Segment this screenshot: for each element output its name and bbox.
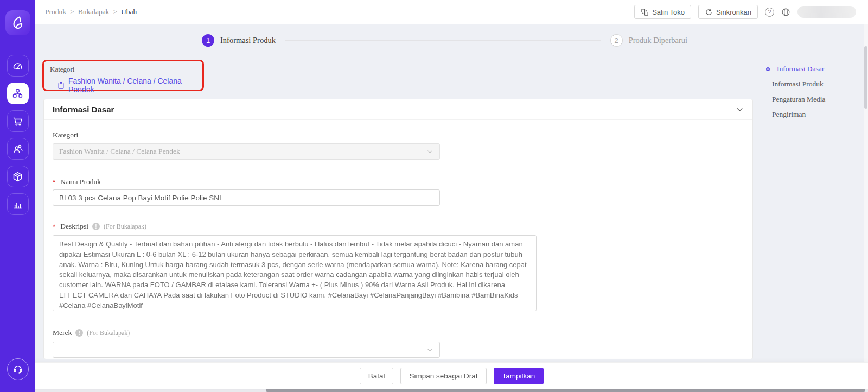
- panel-title: Informasi Dasar: [53, 105, 114, 114]
- panel-body: Kategori Fashion Wanita / Celana / Celan…: [44, 120, 752, 358]
- sidebar-bottom: [0, 358, 35, 380]
- merek-select[interactable]: [53, 342, 440, 358]
- sync-label: Sinkronkan: [716, 8, 751, 16]
- collapse-chevron-icon[interactable]: [736, 105, 744, 113]
- step-indicator: 1 Informasi Produk 2 Produk Diperbarui: [202, 33, 687, 47]
- breadcrumb: Produk > Bukalapak > Ubah: [45, 8, 137, 16]
- breadcrumb-bukalapak[interactable]: Bukalapak: [78, 8, 110, 16]
- category-box-label: Kategori: [50, 65, 197, 74]
- sync-button[interactable]: Sinkronkan: [698, 5, 758, 19]
- step-label: Informasi Produk: [220, 36, 276, 45]
- sidebar-item-inventory[interactable]: [7, 166, 29, 187]
- customers-icon: [12, 143, 23, 155]
- step-informasi-produk: 1 Informasi Produk: [202, 34, 276, 47]
- merek-note: (For Bukalapak): [87, 329, 130, 337]
- publish-button[interactable]: Tampilkan: [494, 368, 544, 384]
- active-bullet-icon: [766, 67, 770, 71]
- account-pill-blurred[interactable]: [797, 6, 856, 18]
- sidebar-item-customers[interactable]: [7, 138, 29, 160]
- category-highlight-box: Kategori Fashion Wanita / Celana / Celan…: [42, 60, 204, 91]
- language-globe-icon[interactable]: [781, 8, 790, 17]
- chevron-down-icon: [426, 346, 433, 353]
- sidebar-item-products[interactable]: [7, 83, 29, 104]
- required-marker: *: [53, 223, 55, 231]
- sync-icon: [705, 8, 713, 16]
- category-link[interactable]: Fashion Wanita / Celana / Celana Pendek: [57, 77, 197, 94]
- step-produk-diperbarui: 2 Produk Diperbarui: [610, 34, 687, 47]
- support-button[interactable]: [7, 358, 29, 380]
- deskripsi-note: (For Bukalapak): [104, 223, 146, 231]
- orders-cart-icon: [12, 116, 23, 127]
- kategori-select: Fashion Wanita / Celana / Celana Pendek: [53, 143, 440, 160]
- topbar: Produk > Bukalapak > Ubah Salin Toko: [35, 0, 868, 24]
- required-marker: *: [53, 178, 55, 186]
- footer-action-bar: Batal Simpan sebagai Draf Tampilkan: [35, 362, 868, 389]
- horizontal-scrollbar[interactable]: [35, 389, 868, 392]
- step-connector: [285, 40, 601, 41]
- category-link-text: Fashion Wanita / Celana / Celana Pendek: [68, 77, 197, 94]
- nama-produk-label: * Nama Produk: [53, 178, 744, 186]
- dashboard-icon: [12, 60, 23, 72]
- cancel-button[interactable]: Batal: [360, 368, 394, 384]
- panel-header: Informasi Dasar: [44, 99, 752, 120]
- sidebar: [0, 0, 35, 392]
- breadcrumb-ubah: Ubah: [121, 8, 137, 16]
- info-icon[interactable]: !: [75, 329, 83, 337]
- info-icon[interactable]: !: [92, 223, 100, 230]
- sidebar-menu: [7, 55, 29, 215]
- anchor-informasi-produk[interactable]: Informasi Produk: [766, 77, 864, 92]
- copy-store-icon: [641, 8, 649, 16]
- support-headset-icon: [12, 364, 23, 375]
- deskripsi-label: * Deskripsi ! (For Bukalapak): [53, 222, 744, 231]
- inventory-cube-icon: [12, 171, 23, 182]
- breadcrumb-separator: >: [70, 8, 74, 16]
- breadcrumb-separator: >: [113, 8, 117, 16]
- kategori-select-value: Fashion Wanita / Celana / Celana Pendek: [59, 147, 180, 156]
- sidebar-item-analytics[interactable]: [7, 193, 29, 215]
- vertical-scrollbar-thumb[interactable]: [864, 46, 867, 109]
- chevron-down-icon: [426, 148, 433, 155]
- leaf-logo-icon: [10, 15, 25, 30]
- step-number: 2: [610, 34, 623, 47]
- anchor-pengiriman[interactable]: Pengiriman: [766, 107, 864, 122]
- save-draft-button[interactable]: Simpan sebagai Draf: [400, 368, 486, 384]
- topbar-actions: Salin Toko Sinkronkan ?: [634, 5, 856, 19]
- products-sitemap-icon: [12, 88, 23, 99]
- app-root: Produk > Bukalapak > Ubah Salin Toko: [0, 0, 868, 392]
- informasi-dasar-panel: Informasi Dasar Kategori Fashion Wanita …: [43, 99, 753, 359]
- analytics-chart-icon: [12, 199, 23, 210]
- step-label: Produk Diperbarui: [629, 36, 687, 45]
- vertical-scrollbar[interactable]: [864, 24, 868, 392]
- section-anchor-nav: Informasi Dasar Informasi Produk Pengatu…: [766, 61, 864, 122]
- content-area: 1 Informasi Produk 2 Produk Diperbarui K…: [35, 24, 868, 392]
- step-number: 1: [202, 34, 214, 47]
- anchor-pengaturan-media[interactable]: Pengaturan Media: [766, 92, 864, 107]
- copy-store-label: Salin Toko: [652, 8, 685, 16]
- clipboard-icon: [57, 81, 65, 90]
- app-logo[interactable]: [5, 10, 30, 35]
- merek-label: Merek ! (For Bukalapak): [53, 328, 744, 337]
- breadcrumb-produk[interactable]: Produk: [45, 8, 66, 16]
- anchor-informasi-dasar[interactable]: Informasi Dasar: [766, 61, 864, 77]
- nama-produk-input[interactable]: [53, 189, 440, 206]
- deskripsi-textarea[interactable]: Best Design & Quality - Terbuat dari bah…: [53, 235, 537, 311]
- sidebar-item-dashboard[interactable]: [7, 55, 29, 77]
- kategori-label: Kategori: [53, 131, 744, 140]
- copy-store-button[interactable]: Salin Toko: [634, 5, 691, 19]
- help-icon[interactable]: ?: [765, 8, 774, 17]
- horizontal-scrollbar-thumb[interactable]: [266, 389, 865, 392]
- sidebar-item-orders[interactable]: [7, 110, 29, 132]
